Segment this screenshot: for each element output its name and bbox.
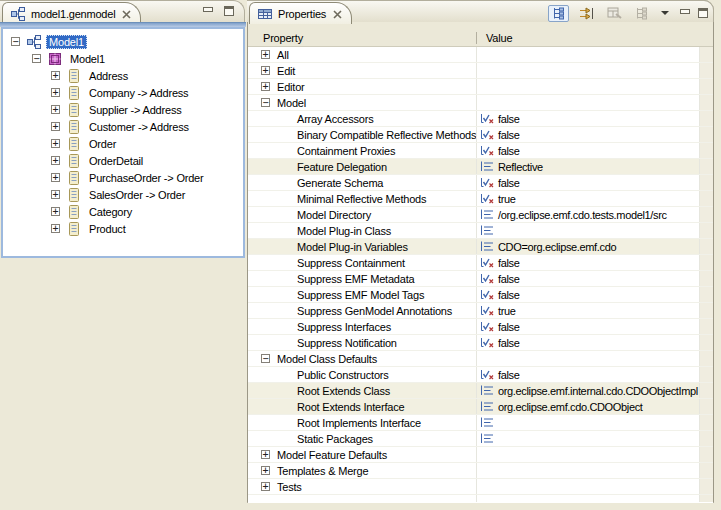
tree-item[interactable]: − Model1	[3, 33, 243, 50]
expand-toggle-icon[interactable]: −	[32, 54, 41, 63]
table-row[interactable]: Suppress EMF Metadata false	[248, 271, 713, 287]
restore-default-value-button[interactable]	[605, 6, 624, 20]
show-advanced-properties-button[interactable]	[577, 6, 597, 21]
table-row[interactable]: + Tests	[248, 479, 713, 495]
value-cell[interactable]	[477, 447, 700, 462]
value-cell[interactable]: false	[477, 175, 700, 190]
tree-item[interactable]: + Supplier -> Address	[3, 101, 243, 118]
table-row[interactable]: Array Accessors false	[248, 111, 713, 127]
table-row[interactable]: − Model Class Defaults	[248, 351, 713, 367]
table-row[interactable]: Suppress EMF Model Tags false	[248, 287, 713, 303]
view-menu-icon[interactable]	[659, 10, 671, 16]
value-cell[interactable]	[477, 415, 700, 430]
table-row[interactable]: Public Constructors false	[248, 367, 713, 383]
table-row[interactable]: + Editor	[248, 79, 713, 95]
tree-item[interactable]: + Product	[3, 220, 243, 237]
table-row[interactable]: Model Plug-in Class	[248, 223, 713, 239]
table-row[interactable]: + All	[248, 47, 713, 63]
table-row[interactable]: + Templates & Merge	[248, 463, 713, 479]
value-cell[interactable]: true	[477, 191, 700, 206]
value-cell[interactable]	[477, 47, 700, 62]
tree-item[interactable]: + Order	[3, 135, 243, 152]
close-icon[interactable]	[333, 9, 342, 18]
expand-toggle-icon[interactable]: +	[51, 71, 60, 80]
expand-toggle-icon[interactable]: +	[261, 66, 270, 75]
table-row[interactable]: Suppress GenModel Annotations true	[248, 303, 713, 319]
value-cell[interactable]	[477, 479, 700, 494]
tree-item[interactable]: + Company -> Address	[3, 84, 243, 101]
value-cell[interactable]: true	[477, 303, 700, 318]
value-cell[interactable]: Reflective	[477, 159, 700, 174]
minimize-icon[interactable]	[202, 7, 213, 16]
table-row[interactable]: + Edit	[248, 63, 713, 79]
value-cell[interactable]	[477, 351, 700, 366]
expand-toggle-icon[interactable]: +	[51, 190, 60, 199]
table-row[interactable]: + Model Feature Defaults	[248, 447, 713, 463]
tree-item[interactable]: + Category	[3, 203, 243, 220]
table-row[interactable]: Root Extends Class org.eclipse.emf.inter…	[248, 383, 713, 399]
value-cell[interactable]: false	[477, 319, 700, 334]
expand-toggle-icon[interactable]: +	[261, 450, 270, 459]
expand-toggle-icon[interactable]: +	[51, 224, 60, 233]
value-cell[interactable]: false	[477, 287, 700, 302]
table-row[interactable]: Generate Schema false	[248, 175, 713, 191]
table-row[interactable]: Suppress Interfaces false	[248, 319, 713, 335]
expand-toggle-icon[interactable]: +	[261, 482, 270, 491]
value-cell[interactable]	[477, 463, 700, 478]
value-cell[interactable]: /org.eclipse.emf.cdo.tests.model1/src	[477, 207, 700, 222]
value-cell[interactable]: false	[477, 143, 700, 158]
minimize-icon[interactable]	[679, 9, 690, 18]
table-row[interactable]: Containment Proxies false	[248, 143, 713, 159]
value-cell[interactable]: false	[477, 367, 700, 382]
pin-to-selection-button[interactable]	[632, 6, 651, 21]
value-cell[interactable]: false	[477, 271, 700, 286]
tree-item[interactable]: + PurchaseOrder -> Order	[3, 169, 243, 186]
value-cell[interactable]: org.eclipse.emf.cdo.CDOObject	[477, 399, 700, 414]
properties-tab[interactable]: Properties	[249, 2, 352, 24]
column-divider[interactable]	[476, 32, 477, 44]
tree-item[interactable]: + OrderDetail	[3, 152, 243, 169]
close-icon[interactable]	[122, 9, 131, 18]
table-row[interactable]: Suppress Notification false	[248, 335, 713, 351]
expand-toggle-icon[interactable]: +	[51, 122, 60, 131]
value-cell[interactable]: org.eclipse.emf.internal.cdo.CDOObjectIm…	[477, 383, 700, 398]
expand-toggle-icon[interactable]: +	[51, 173, 60, 182]
expand-toggle-icon[interactable]: +	[51, 105, 60, 114]
value-cell[interactable]	[477, 79, 700, 94]
expand-toggle-icon[interactable]: +	[261, 466, 270, 475]
table-row[interactable]: Suppress Containment false	[248, 255, 713, 271]
value-cell[interactable]: false	[477, 127, 700, 142]
value-cell[interactable]: CDO=org.eclipse.emf.cdo	[477, 239, 700, 254]
table-row[interactable]: Static Packages	[248, 431, 713, 447]
expand-toggle-icon[interactable]: +	[51, 139, 60, 148]
table-row[interactable]: Feature Delegation Reflective	[248, 159, 713, 175]
show-categories-button[interactable]	[548, 5, 569, 22]
expand-toggle-icon[interactable]: +	[261, 50, 270, 59]
maximize-icon[interactable]	[698, 8, 708, 18]
value-cell[interactable]	[477, 63, 700, 78]
table-row[interactable]: Binary Compatible Reflective Methods fal…	[248, 127, 713, 143]
value-cell[interactable]	[477, 223, 700, 238]
table-row[interactable]: Root Extends Interface org.eclipse.emf.c…	[248, 399, 713, 415]
table-row[interactable]: Model Directory /org.eclipse.emf.cdo.tes…	[248, 207, 713, 223]
expand-toggle-icon[interactable]: +	[51, 156, 60, 165]
value-cell[interactable]: false	[477, 335, 700, 350]
tree-item[interactable]: + SalesOrder -> Order	[3, 186, 243, 203]
value-cell[interactable]: false	[477, 111, 700, 126]
table-row[interactable]: − Model	[248, 95, 713, 111]
maximize-icon[interactable]	[224, 6, 234, 16]
editor-tab[interactable]: model1.genmodel	[2, 2, 141, 24]
expand-toggle-icon[interactable]: +	[51, 88, 60, 97]
table-row[interactable]: Minimal Reflective Methods true	[248, 191, 713, 207]
tree-item[interactable]: + Customer -> Address	[3, 118, 243, 135]
table-row[interactable]: Root Implements Interface	[248, 415, 713, 431]
expand-toggle-icon[interactable]: −	[261, 354, 270, 363]
expand-toggle-icon[interactable]: +	[261, 82, 270, 91]
expand-toggle-icon[interactable]: +	[51, 207, 60, 216]
value-cell[interactable]: false	[477, 255, 700, 270]
table-row[interactable]: Model Plug-in Variables CDO=org.eclipse.…	[248, 239, 713, 255]
tree-item[interactable]: + Address	[3, 67, 243, 84]
expand-toggle-icon[interactable]: −	[261, 98, 270, 107]
value-cell[interactable]	[477, 431, 700, 446]
tree-item[interactable]: − Model1	[3, 50, 243, 67]
